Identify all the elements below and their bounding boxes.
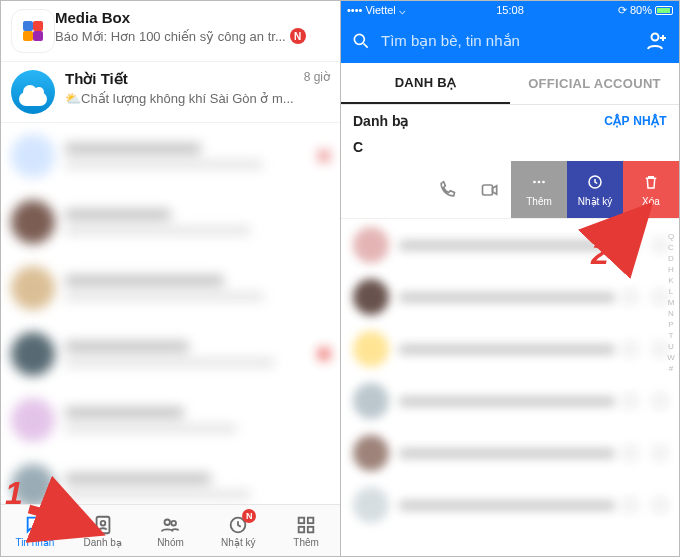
action-delete[interactable]: Xóa xyxy=(623,161,679,218)
phone-icon[interactable] xyxy=(437,180,457,200)
tab-label: Danh bạ xyxy=(84,537,122,548)
tab-groups[interactable]: Nhóm xyxy=(137,505,205,556)
video-icon[interactable] xyxy=(479,180,501,200)
chat-row-blurred[interactable] xyxy=(1,123,340,189)
svg-rect-5 xyxy=(299,517,305,523)
action-label: Nhật ký xyxy=(578,196,612,207)
contact-row-swiped[interactable]: Thêm Nhật ký Xóa xyxy=(341,161,679,219)
timeline-badge: N xyxy=(242,509,256,523)
dots-icon xyxy=(530,173,548,191)
tab-label: Nhóm xyxy=(157,537,184,548)
action-log[interactable]: Nhật ký xyxy=(567,161,623,218)
trash-icon xyxy=(642,173,660,191)
add-friend-icon[interactable] xyxy=(645,29,669,53)
left-screen: Media Box Báo Mới: Hơn 100 chiến sỹ công… xyxy=(1,1,340,556)
tab-label: DANH BẠ xyxy=(395,75,457,90)
svg-point-9 xyxy=(354,34,364,44)
index-letter: C xyxy=(341,137,679,161)
svg-point-1 xyxy=(100,520,105,525)
tab-danh-ba[interactable]: DANH BẠ xyxy=(341,63,510,104)
action-label: Xóa xyxy=(642,196,660,207)
svg-point-10 xyxy=(652,34,659,41)
contact-row-blurred[interactable] xyxy=(341,427,679,479)
svg-point-3 xyxy=(172,520,177,525)
tab-label: Tin nhắn xyxy=(15,537,54,548)
svg-point-14 xyxy=(542,180,545,183)
action-more[interactable]: Thêm xyxy=(511,161,567,218)
contact-row-blurred[interactable] xyxy=(341,479,679,531)
sub-prefix: ⛅ xyxy=(65,91,81,106)
grid-icon xyxy=(295,514,317,536)
weather-icon xyxy=(11,70,55,114)
contact-row-blurred[interactable] xyxy=(341,323,679,375)
chat-row-blurred[interactable] xyxy=(1,387,340,453)
group-icon xyxy=(159,514,181,536)
battery-pct: 80% xyxy=(630,4,652,16)
action-label: Thêm xyxy=(526,196,552,207)
svg-rect-8 xyxy=(308,526,314,532)
contacts-tabs: DANH BẠ OFFICIAL ACCOUNT xyxy=(341,63,679,105)
bottom-tabbar: 5+ Tin nhắn Danh bạ Nhóm N Nhật ký Thêm xyxy=(1,504,340,556)
chat-row-blurred[interactable] xyxy=(1,255,340,321)
tab-label: Nhật ký xyxy=(221,537,255,548)
contact-icon xyxy=(92,514,114,536)
chat-time: 8 giờ xyxy=(304,70,330,84)
tab-more[interactable]: Thêm xyxy=(272,505,340,556)
section-title: Danh bạ xyxy=(353,113,409,129)
section-header: Danh bạ CẬP NHẬT xyxy=(341,105,679,137)
contact-row-blurred[interactable] xyxy=(341,219,679,271)
tab-official-account[interactable]: OFFICIAL ACCOUNT xyxy=(510,63,679,104)
chat-title: Media Box xyxy=(55,9,330,26)
clock-icon xyxy=(586,173,604,191)
svg-point-12 xyxy=(533,180,536,183)
swipe-actions: Thêm Nhật ký Xóa xyxy=(511,161,679,218)
contact-row-blurred[interactable] xyxy=(341,271,679,323)
svg-rect-6 xyxy=(308,517,314,523)
chat-row-weather[interactable]: Thời Tiết ⛅ Chất lượng không khí Sài Gòn… xyxy=(1,62,340,123)
chat-preview: Báo Mới: Hơn 100 chiến sỹ công an tr... xyxy=(55,29,286,44)
search-icon xyxy=(351,31,371,51)
search-bar[interactable]: Tìm bạn bè, tin nhắn xyxy=(341,19,679,63)
tab-label: OFFICIAL ACCOUNT xyxy=(528,76,661,91)
update-button[interactable]: CẬP NHẬT xyxy=(604,114,667,128)
messages-badge: 5+ xyxy=(38,509,56,522)
chat-title: Thời Tiết xyxy=(65,70,298,88)
tab-contacts[interactable]: Danh bạ xyxy=(69,505,137,556)
battery-icon xyxy=(655,6,673,15)
chat-row-mediabox[interactable]: Media Box Báo Mới: Hơn 100 chiến sỹ công… xyxy=(1,1,340,62)
svg-rect-11 xyxy=(483,185,493,195)
chat-preview: Chất lượng không khí Sài Gòn ở m... xyxy=(81,91,294,106)
svg-rect-7 xyxy=(299,526,305,532)
svg-point-13 xyxy=(538,180,541,183)
svg-point-2 xyxy=(165,519,171,525)
right-screen: •••• Viettel ⌵ 15:08 ⟳ 80% Tìm bạn bè, t… xyxy=(340,1,679,556)
status-bar: •••• Viettel ⌵ 15:08 ⟳ 80% xyxy=(341,1,679,19)
tab-label: Thêm xyxy=(293,537,319,548)
new-badge: N xyxy=(290,28,306,44)
chat-row-blurred[interactable] xyxy=(1,321,340,387)
tab-messages[interactable]: 5+ Tin nhắn xyxy=(1,505,69,556)
alpha-index[interactable]: QCDHKLMNPTUW# xyxy=(665,231,677,374)
contact-row-blurred[interactable] xyxy=(341,375,679,427)
tab-timeline[interactable]: N Nhật ký xyxy=(204,505,272,556)
search-placeholder: Tìm bạn bè, tin nhắn xyxy=(381,32,635,50)
mediabox-icon xyxy=(11,9,55,53)
chat-row-blurred[interactable] xyxy=(1,189,340,255)
